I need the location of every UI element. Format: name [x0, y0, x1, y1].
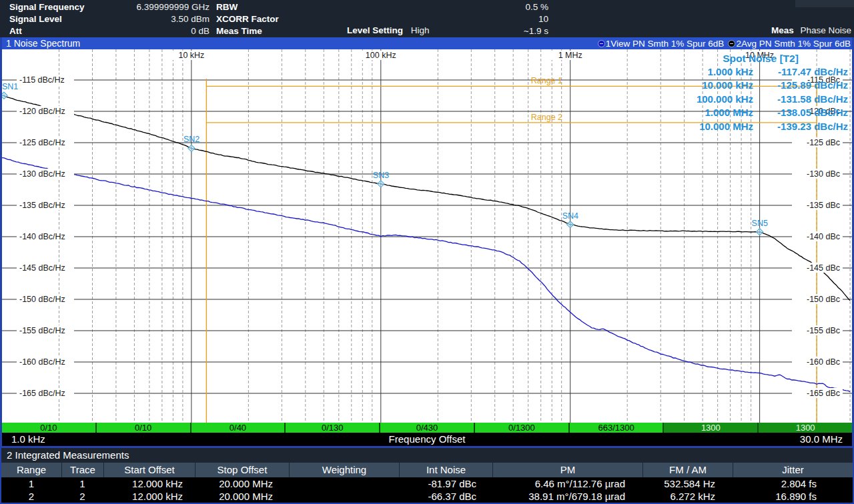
meas-mode-field: Meas Phase Noise	[771, 25, 851, 35]
svg-text:-130 dBc/Hz: -130 dBc/Hz	[19, 169, 65, 179]
measurements-column-header: PM	[492, 463, 643, 477]
axis-stop-value: 30.0 MHz	[800, 433, 843, 446]
measurements-column-header: Jitter	[733, 463, 853, 477]
svg-text:-150 dBc/Hz: -150 dBc/Hz	[19, 295, 65, 304]
trace-1-label: View PN Smth 1% Spur 6dB	[610, 39, 724, 49]
measurements-cell: 12.000 kHz	[103, 490, 195, 503]
svg-text:-130 dBc: -130 dBc	[807, 169, 840, 179]
rbw-field[interactable]: RBW 0.5 %	[216, 1, 238, 13]
svg-text:1 MHz: 1 MHz	[558, 51, 582, 60]
attenuation-label: Att	[9, 26, 22, 36]
svg-text:-135 dBc/Hz: -135 dBc/Hz	[19, 201, 65, 210]
progress-segment: 0/430	[380, 423, 475, 433]
measurements-cell: 6.272 kHz	[643, 490, 733, 503]
instrument-screen: Signal Frequency 6.399999999 GHz Signal …	[0, 0, 854, 504]
spot-noise-value: -139.23 dBc/Hz	[753, 120, 848, 133]
rbw-value[interactable]: 0.5 %	[470, 1, 548, 13]
svg-text:-115 dBc/Hz: -115 dBc/Hz	[19, 75, 65, 85]
svg-text:-160 dBc: -160 dBc	[807, 357, 840, 367]
attenuation-field[interactable]: Att 0 dB	[9, 25, 22, 37]
svg-text:-165 dBc: -165 dBc	[807, 389, 840, 398]
svg-text:-140 dBc/Hz: -140 dBc/Hz	[19, 232, 65, 241]
measurements-cell: 6.46 m°/112.76 µrad	[492, 477, 643, 490]
spot-noise-value: -138.05 dBc/Hz	[753, 106, 848, 119]
spot-noise-value: -117.47 dBc/Hz	[753, 65, 848, 79]
progress-segment: 0/1300	[475, 423, 570, 433]
noise-spectrum-titlebar[interactable]: 1 Noise Spectrum 1 View PN Smth 1% Spur …	[2, 37, 852, 49]
svg-text:SN5: SN5	[752, 219, 768, 228]
svg-text:SN3: SN3	[373, 171, 389, 180]
trace-legend: 1 View PN Smth 1% Spur 6dB 2 Avg PN Smth…	[598, 37, 851, 49]
xcorr-progress-bar: 0/100/100/400/1300/4300/1300663/13001300…	[2, 423, 852, 433]
meas-time-field[interactable]: Meas Time ~1.9 s	[216, 25, 262, 37]
svg-text:SN2: SN2	[183, 135, 199, 144]
noise-spectrum-window: 1 Noise Spectrum 1 View PN Smth 1% Spur …	[0, 37, 854, 448]
xcorr-factor-label: XCORR Factor	[216, 14, 279, 24]
meas-mode-label: Meas	[771, 25, 794, 35]
svg-text:-155 dBc: -155 dBc	[807, 326, 840, 335]
trace-1-number: 1	[606, 39, 611, 49]
svg-text:-125 dBc/Hz: -125 dBc/Hz	[19, 138, 65, 147]
integrated-measurements-titlebar[interactable]: 2 Integrated Measurements	[1, 448, 853, 463]
spot-noise-freq: 100.000 kHz	[675, 93, 753, 106]
signal-level-field[interactable]: Signal Level 3.50 dBm	[9, 13, 62, 25]
signal-level-value[interactable]: 3.50 dBm	[109, 13, 209, 25]
spot-noise-value: -131.58 dBc/Hz	[753, 93, 848, 106]
spot-noise-freq: 10.000 MHz	[675, 120, 753, 133]
signal-frequency-value[interactable]: 6.399999999 GHz	[109, 1, 209, 13]
progress-segment: 663/1300	[570, 423, 665, 433]
spot-noise-title: Spot Noise [T2]	[673, 52, 848, 65]
svg-text:SN1: SN1	[2, 82, 18, 91]
spot-noise-row: 1.000 kHz -117.47 dBc/Hz	[673, 65, 848, 79]
svg-text:-120 dBc/Hz: -120 dBc/Hz	[19, 107, 65, 116]
xcorr-factor-field[interactable]: XCORR Factor 10	[216, 13, 279, 25]
measurements-cell: 20.000 MHz	[195, 477, 289, 490]
spot-noise-row: 100.000 kHz -131.58 dBc/Hz	[673, 93, 848, 106]
measurements-column-header: Int Noise	[399, 463, 492, 477]
progress-segment: 1300	[759, 423, 852, 433]
svg-text:Range 1: Range 1	[531, 76, 562, 85]
trace-2-legend[interactable]: 2 Avg PN Smth 1% Spur 6dB	[728, 39, 851, 49]
level-setting-field[interactable]: Level Setting High	[347, 25, 430, 35]
meas-mode-value: Phase Noise	[800, 25, 851, 35]
signal-frequency-field[interactable]: Signal Frequency 6.399999999 GHz	[9, 1, 85, 13]
svg-text:-155 dBc/Hz: -155 dBc/Hz	[19, 326, 65, 335]
attenuation-value[interactable]: 0 dB	[109, 25, 209, 37]
spot-noise-table: Spot Noise [T2] 1.000 kHz -117.47 dBc/Hz…	[673, 52, 848, 133]
noise-spectrum-plot[interactable]: Range 1Range 210 kHz100 kHz1 MHz10 MHz-1…	[2, 49, 852, 423]
meas-time-label: Meas Time	[216, 26, 262, 36]
trace-1-legend[interactable]: 1 View PN Smth 1% Spur 6dB	[598, 39, 725, 49]
svg-text:-125 dBc: -125 dBc	[807, 138, 840, 147]
spot-noise-value: -125.89 dBc/Hz	[753, 79, 848, 92]
settings-header: Signal Frequency 6.399999999 GHz Signal …	[0, 0, 854, 37]
measurements-cell: 2.804 fs	[733, 477, 853, 490]
measurements-column-header: Stop Offset	[195, 463, 289, 477]
svg-text:-160 dBc/Hz: -160 dBc/Hz	[19, 357, 65, 367]
measurements-column-header: Trace	[61, 463, 103, 477]
svg-text:Range 2: Range 2	[531, 113, 562, 122]
rbw-label: RBW	[216, 2, 238, 12]
svg-text:-135 dBc: -135 dBc	[807, 201, 840, 210]
progress-segment: 0/10	[97, 423, 191, 433]
level-setting-value[interactable]: High	[411, 25, 430, 35]
measurements-cell: 20.000 MHz	[195, 490, 289, 503]
trace-2-label: Avg PN Smth 1% Spur 6dB	[741, 39, 851, 49]
progress-segment: 1300	[664, 423, 759, 433]
level-setting-label: Level Setting	[347, 25, 403, 35]
trace-2-state-icon	[728, 40, 735, 47]
measurements-cell: 12.000 kHz	[103, 477, 195, 490]
svg-text:-145 dBc: -145 dBc	[807, 263, 840, 273]
axis-title: Frequency Offset	[2, 433, 852, 446]
measurements-cell: 2	[1, 490, 61, 503]
spot-noise-row: 10.000 MHz -139.23 dBc/Hz	[673, 120, 848, 133]
integrated-measurements-window: 2 Integrated Measurements RangeTraceStar…	[0, 448, 854, 504]
measurements-table-row: 2212.000 kHz20.000 MHz-66.37 dBc38.91 m°…	[1, 490, 853, 503]
measurements-cell	[289, 490, 399, 503]
measurements-cell: 2	[61, 490, 103, 503]
spot-noise-freq: 10.000 kHz	[675, 79, 753, 92]
progress-segment: 0/40	[191, 423, 286, 433]
meas-time-value[interactable]: ~1.9 s	[470, 25, 548, 37]
xcorr-factor-value[interactable]: 10	[470, 13, 548, 25]
progress-segment: 0/130	[286, 423, 380, 433]
signal-level-label: Signal Level	[9, 14, 62, 24]
